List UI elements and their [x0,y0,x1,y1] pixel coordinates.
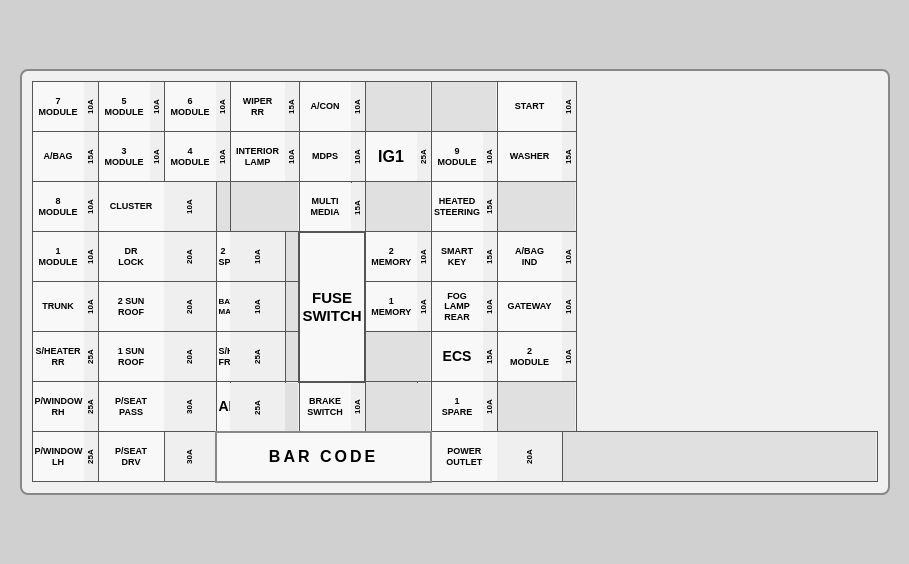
cell-amp: AMP [216,382,230,432]
amp-10a-5: 10A [562,82,576,132]
amp-30a-2: 30A [164,432,216,482]
cell-interior-lamp: INTERIORLAMP [230,132,285,182]
amp-empty-5 [417,182,431,232]
empty-1 [365,82,417,132]
fuse-switch: FUSESWITCH [299,232,365,382]
cell-1-sunroof: 1 SUNROOF [98,332,164,382]
amp-10a-19: 10A [417,282,431,332]
cell-smart-key: SMARTKEY [431,232,483,282]
amp-10a-7: 10A [216,132,230,182]
empty-6 [497,182,562,232]
amp-15a-4: 15A [351,182,365,232]
cell-start: START [497,82,562,132]
amp-20a-3: 20A [164,332,216,382]
cell-1-module: 1MODULE [32,232,84,282]
amp-10a-20: 10A [483,282,497,332]
cell-pseat-drv: P/SEATDRV [98,432,164,482]
amp-empty-6 [562,182,576,232]
cell-washer: WASHER [497,132,562,182]
amp-10a-21: 10A [562,282,576,332]
amp-10a-24: 10A [483,382,497,432]
empty-4 [230,182,285,232]
cell-pwindow-lh: P/WINDOWLH [32,432,84,482]
amp-15a-6: 15A [483,232,497,282]
amp-10a-12: 10A [164,182,216,232]
amp-10a-14: 10A [230,232,285,282]
amp-empty-14 [576,432,877,482]
amp-15a-7: 15A [483,332,497,382]
amp-10a-9: 10A [351,132,365,182]
amp-empty-3 [285,182,299,232]
amp-empty-1 [417,82,431,132]
amp-25a-1: 25A [417,132,431,182]
amp-15a-3: 15A [562,132,576,182]
amp-10a-16: 10A [562,232,576,282]
amp-15a-5: 15A [483,182,497,232]
amp-15a-2: 15A [84,132,98,182]
amp-empty-9 [285,332,299,382]
cell-ig1: IG1 [365,132,417,182]
amp-10a-1: 10A [84,82,98,132]
amp-30a-1: 30A [164,382,216,432]
cell-2-memory: 2MEMORY [365,232,417,282]
amp-empty-13 [562,382,576,432]
cell-s-heater-rr: S/HEATERRR [32,332,84,382]
cell-2-spare: 2SPARE [216,232,230,282]
cell-9-module: 9MODULE [431,132,483,182]
amp-10a-13: 10A [84,232,98,282]
amp-10a-8: 10A [285,132,299,182]
cell-mdps: MDPS [299,132,351,182]
empty-5 [365,182,417,232]
amp-empty-7 [285,232,299,282]
cell-7-module: 7MODULE [32,82,84,132]
amp-10a-17: 10A [84,282,98,332]
amp-10a-22: 10A [562,332,576,382]
empty-2 [431,82,483,132]
empty-7 [365,332,417,382]
cell-wiper-rr: WIPERRR [230,82,285,132]
cell-1-memory: 1MEMORY [365,282,417,332]
cell-6-module: 6MODULE [164,82,216,132]
amp-15a-1: 15A [285,82,299,132]
empty-10 [562,432,576,482]
amp-10a-6: 10A [150,132,164,182]
cell-cluster: CLUSTER [98,182,164,232]
cell-multimedia: MULTIMEDIA [299,182,351,232]
amp-25a-4: 25A [84,382,98,432]
cell-battery-mgmt: BATTERYMANAGEMENT [216,282,230,332]
cell-abag: A/BAG [32,132,84,182]
amp-10a-15: 10A [417,232,431,282]
empty-8 [365,382,417,432]
cell-pwindow-rh: P/WINDOWRH [32,382,84,432]
amp-empty-8 [285,282,299,332]
amp-10a-10: 10A [483,132,497,182]
cell-3-module: 3MODULE [98,132,150,182]
cell-2-module-r: 2MODULE [497,332,562,382]
cell-8-module: 8MODULE [32,182,84,232]
amp-20a-1: 20A [164,232,216,282]
cell-pseat-pass: P/SEATPASS [98,382,164,432]
cell-acon: A/CON [299,82,351,132]
amp-25a-6: 25A [84,432,98,482]
amp-10a-23: 10A [351,382,365,432]
cell-4-module: 4MODULE [164,132,216,182]
cell-dr-lock: DRLOCK [98,232,164,282]
cell-power-outlet: POWEROUTLET [431,432,497,482]
cell-5-module: 5MODULE [98,82,150,132]
cell-brake-switch: BRAKESWITCH [299,382,351,432]
diagram-container: 7MODULE 10A 5MODULE 10A 6MODULE 10A WIPE… [20,69,890,495]
amp-25a-2: 25A [84,332,98,382]
cell-1-spare: 1SPARE [431,382,483,432]
amp-20a-2: 20A [164,282,216,332]
amp-empty-11 [285,382,299,432]
cell-fog-lamp-rear: FOG LAMPREAR [431,282,483,332]
amp-empty-2 [483,82,497,132]
amp-25a-3: 25A [230,332,285,382]
amp-empty-10 [417,332,431,382]
amp-10a-11: 10A [84,182,98,232]
amp-10a-4: 10A [351,82,365,132]
cell-abag-ind: A/BAGIND [497,232,562,282]
cell-ecs: ECS [431,332,483,382]
cell-heated-steering: HEATEDSTEERING [431,182,483,232]
amp-empty-12 [417,382,431,432]
